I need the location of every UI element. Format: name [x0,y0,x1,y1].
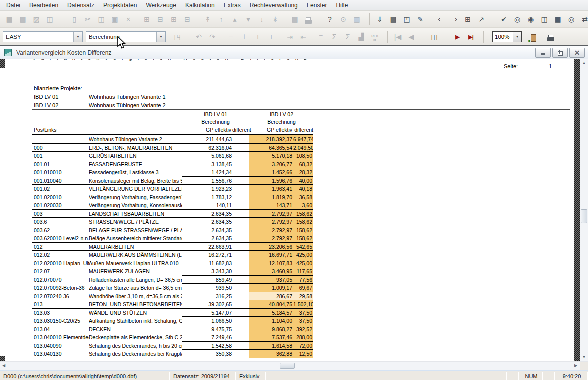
table-header: Pos/Links IBD LV 01 IBD LV 02 Berechnung… [32,111,314,135]
import-icon[interactable]: ⇓ [374,14,386,25]
transfer-icon[interactable]: ⇄ [580,14,588,25]
restore-button[interactable] [552,48,568,58]
document-titlebar[interactable]: Variantenvergleich Kosten Differenz ✕ [0,46,588,59]
close-button[interactable]: ✕ [570,48,585,58]
indent-icon[interactable]: ⇥ [284,31,296,42]
add-sub-position-icon[interactable]: + [266,31,277,42]
different-1-cell [233,333,250,342]
menu-item-extras[interactable]: Extras [220,0,246,10]
cut-icon[interactable]: ✂ [82,14,94,25]
horizontal-scrollbar[interactable]: ◀ ▶ [0,361,588,370]
gp-effektiv-1-cell: 2.634,35 [182,226,233,235]
tree-insert-icon[interactable]: ⊞ [142,14,152,25]
reb-icon[interactable]: REB∞ [370,31,380,42]
jump-forward-icon[interactable]: ⇒ [449,14,460,25]
tree-indent-icon[interactable]: ⊞ [168,14,180,25]
remove-row-icon[interactable]: − [226,31,236,42]
table-row: 013BETON- UND STAHLBETONARBEITEN39.302,6… [32,300,314,309]
insert-position-icon[interactable]: ⊥ [239,31,250,42]
sum-icon[interactable]: Σ [342,31,354,42]
chevron-down-icon[interactable]: ▼ [74,32,82,42]
move-down-fast-icon[interactable]: ↓ [256,14,268,25]
move-last-icon[interactable]: ↡ [270,14,281,25]
gp-effektiv-2-cell: 143,71 [250,201,294,210]
last-record-button[interactable]: ▶| [466,31,476,42]
menu-item-datei[interactable]: Datei [2,0,25,10]
next-record-button[interactable]: ▶ [452,31,463,42]
minimize-button[interactable] [536,48,551,58]
menu-item-rechteverwaltung[interactable]: Rechteverwaltung [246,0,302,10]
menu-item-kalkulation[interactable]: Kalkulation [181,0,220,10]
move-up-icon[interactable]: ▴ [230,14,240,25]
jump-back-icon[interactable]: ⇐ [436,14,446,25]
copy-icon[interactable]: ◫ [96,14,107,25]
pos-cell: 012.02 [32,251,89,259]
first-record-button[interactable]: |◀ [392,31,404,42]
menu-item-fenster[interactable]: Fenster [302,0,332,10]
chevron-down-icon[interactable]: ▼ [156,32,166,42]
view-combobox[interactable]: Berechnung ▼ [86,31,166,42]
edit-document-icon[interactable]: ✎ [415,14,426,25]
menu-item-hilfe[interactable]: Hilfe [332,0,352,10]
redo-icon[interactable]: ↷ [207,31,218,42]
previous-record-button[interactable]: ◀ [406,31,417,42]
menu-item-werkzeuge[interactable]: Werkzeuge [142,0,180,10]
list-view-icon[interactable]: ≡ [316,31,326,42]
search-next-document-icon[interactable]: ◉ [526,14,536,25]
chart-icon[interactable]: ▟ [356,31,367,42]
exit-preview-button[interactable] [528,31,539,42]
help-icon[interactable]: ? [324,14,336,25]
profile-combobox[interactable]: EASY ▼ [3,31,83,42]
scroll-right-arrow[interactable]: ▶ [572,362,580,370]
form-view-icon[interactable]: ▤ [290,14,300,25]
gp-effektiv-2-cell: 218.392,37 [250,135,294,144]
vertical-scrollbar[interactable]: ▲ ▼ [580,59,588,361]
search-icon[interactable]: ⊙ [338,14,349,25]
check-document-icon[interactable]: ✔ [498,14,510,25]
address-book-icon[interactable]: ▤ [388,14,399,25]
search-document-icon[interactable]: ◎ [512,14,523,25]
move-down-icon[interactable]: ▾ [243,14,254,25]
tree-outdent-icon[interactable]: ⊟ [182,14,193,25]
outdent-icon[interactable]: ⇤ [298,31,309,42]
undo-icon[interactable]: ↶ [194,31,204,42]
move-first-icon[interactable]: ↟ [202,14,214,25]
search-global-icon[interactable]: ◎ [566,14,577,25]
chevron-down-icon[interactable]: ▼ [513,32,522,42]
report-view-icon[interactable]: ▤ [18,14,28,25]
open-report-icon[interactable]: ◳ [172,31,183,42]
delete-icon[interactable]: × [123,14,134,25]
columns-icon[interactable]: ▥ [352,14,362,25]
horizontal-scroll-thumb[interactable] [280,363,295,369]
tree-edit-icon[interactable]: ⊟ [155,14,166,25]
add-position-icon[interactable]: + [252,31,264,42]
move-up-fast-icon[interactable]: ↑ [216,14,227,25]
scroll-left-arrow[interactable]: ◀ [0,362,8,370]
window-layout-icon[interactable]: ⊞ [462,14,474,25]
menu-item-bearbeiten[interactable]: Bearbeiten [25,0,63,10]
print-icon[interactable] [303,14,314,25]
menu-item-datensatz[interactable]: Datensatz [63,0,99,10]
menu-item-projektdaten[interactable]: Projektdaten [99,0,142,10]
export-document-icon[interactable]: ◰ [402,14,412,25]
print-button[interactable] [546,31,556,42]
pin-icon[interactable]: ↗ [476,14,487,25]
document-table-icon[interactable]: ▦ [552,14,564,25]
partial-sum-icon[interactable]: Σ [329,31,340,42]
paste-icon[interactable]: ▣ [110,14,120,25]
status-empty-pane [544,372,555,380]
image-view-icon[interactable]: ▨ [31,14,42,25]
document-stack-icon[interactable]: ◫ [539,14,550,25]
copy-record-button[interactable]: ◫ [429,31,440,42]
picture-view-icon[interactable]: ▦ [4,14,15,25]
different-1-cell [233,234,250,243]
new-record-icon[interactable]: ▯ [69,14,80,25]
vertical-scroll-thumb[interactable] [581,209,588,223]
catalog-view-icon[interactable]: ◫ [44,14,56,25]
zoom-combobox[interactable]: 100% ▼ [492,31,522,42]
project1-diff-header: different [232,127,250,133]
print-preview-viewport: Variantenvergleich Kosten Differenz Seit… [0,59,588,361]
scroll-down-arrow[interactable]: ▼ [580,353,588,361]
different-1-cell [233,292,250,301]
scroll-up-arrow[interactable]: ▲ [580,59,588,67]
